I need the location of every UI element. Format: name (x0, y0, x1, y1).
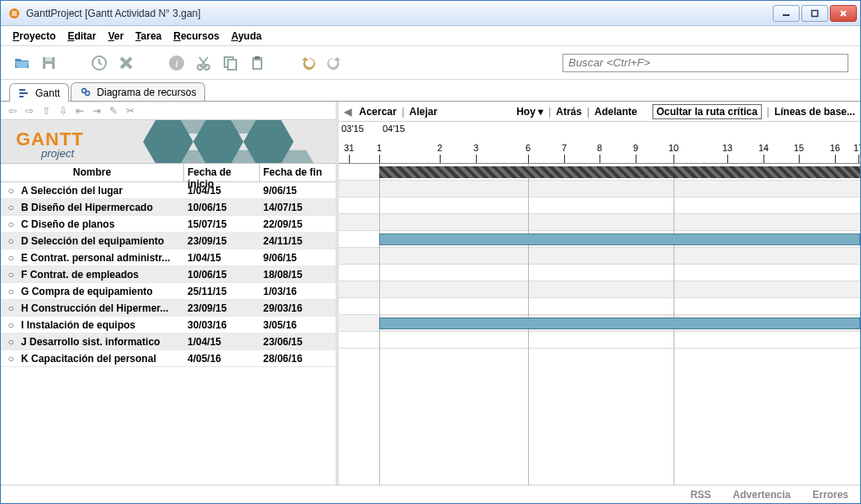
scroll-left-icon[interactable]: ◀ (344, 106, 354, 118)
app-icon (8, 7, 21, 20)
tab-gantt[interactable]: Gantt (9, 83, 69, 102)
nav-fwd-icon[interactable]: ⇨ (23, 104, 36, 118)
redo-icon[interactable] (325, 54, 344, 72)
menu-ayuda[interactable]: Ayuda (231, 30, 261, 42)
task-name: H Construcción del Hipermer... (21, 302, 184, 314)
task-end: 1/03/16 (260, 286, 335, 297)
task-end: 14/07/15 (260, 202, 335, 213)
status-errors[interactable]: Errores (812, 489, 848, 501)
menu-ver[interactable]: Ver (108, 30, 124, 42)
task-row[interactable]: ○D Selección del equipamiento23/09/1524/… (1, 233, 335, 249)
indent-icon[interactable]: ⇥ (90, 104, 103, 118)
tab-resources-label: Diagrama de recursos (97, 87, 196, 98)
col-name-header[interactable]: Nombre (1, 164, 184, 181)
baselines-button[interactable]: Líneas de base... (774, 106, 855, 118)
brand-banner: GANTT project (1, 120, 335, 164)
task-start: 10/06/15 (184, 269, 260, 281)
tick-label: 2 (437, 143, 442, 153)
maximize-button[interactable] (801, 5, 828, 22)
task-bullet-icon: ○ (1, 353, 21, 365)
task-name: D Selección del equipamiento (21, 235, 184, 247)
svg-rect-20 (19, 92, 28, 94)
tick (727, 155, 728, 163)
tick-label: 17 (853, 143, 860, 153)
cut-icon[interactable] (194, 54, 213, 72)
undo-icon[interactable] (298, 54, 317, 72)
task-row[interactable]: ○A Selección del lugar1/04/159/06/15 (1, 182, 335, 199)
gantt-chart-area[interactable] (339, 164, 860, 485)
nav-back-icon[interactable]: ⇦ (6, 104, 19, 118)
move-up-icon[interactable]: ⇧ (40, 104, 53, 118)
copy-icon[interactable] (221, 54, 240, 72)
gantt-row (339, 332, 860, 349)
tick (763, 155, 764, 163)
tick (673, 155, 674, 163)
task-start: 15/07/15 (184, 218, 260, 230)
task-row[interactable]: ○J Desarrollo sist. informatico1/04/1523… (1, 333, 335, 350)
gantt-row (339, 248, 860, 265)
info-icon[interactable]: i (167, 54, 186, 72)
col-start-header[interactable]: Fecha de inicio (184, 164, 260, 181)
search-input[interactable] (563, 54, 848, 72)
task-start: 1/04/15 (184, 252, 260, 264)
task-row[interactable]: ○E Contrat. personal administr...1/04/15… (1, 249, 335, 266)
svg-rect-17 (255, 56, 260, 59)
task-start: 1/04/15 (184, 336, 260, 348)
save-icon[interactable] (40, 54, 58, 72)
tick-label: 7 (562, 143, 567, 153)
today-button[interactable]: Hoy ▾ (516, 106, 543, 118)
delete-icon[interactable] (117, 54, 135, 72)
col-end-header[interactable]: Fecha de fin (260, 164, 335, 181)
svg-rect-19 (19, 89, 25, 91)
tab-resources[interactable]: Diagrama de recursos (71, 82, 205, 101)
tick (835, 155, 836, 163)
clock-icon[interactable] (90, 54, 108, 72)
paste-icon[interactable] (248, 54, 267, 72)
zoom-out-button[interactable]: Alejar (409, 106, 437, 118)
column-headers: Nombre Fecha de inicio Fecha de fin (1, 164, 335, 182)
svg-rect-15 (228, 60, 236, 70)
task-name: B Diseño del Hipermercado (21, 202, 184, 213)
task-start: 4/05/16 (184, 353, 260, 365)
tick-label: 3 (473, 143, 478, 153)
task-bar[interactable] (379, 318, 860, 329)
outdent-icon[interactable]: ⇤ (73, 104, 87, 118)
zoom-in-button[interactable]: Acercar (359, 106, 397, 118)
task-name: G Compra de equipamiento (21, 286, 184, 297)
menu-tarea[interactable]: Tarea (135, 30, 161, 42)
minimize-button[interactable] (773, 5, 800, 22)
menu-editar[interactable]: Editar (67, 30, 96, 42)
task-row[interactable]: ○H Construcción del Hipermer...23/09/152… (1, 300, 335, 317)
link-icon[interactable]: ✎ (107, 104, 120, 118)
task-end: 9/06/15 (260, 185, 335, 197)
task-row[interactable]: ○F Contrat. de empleados10/06/1518/08/15 (1, 266, 335, 283)
open-icon[interactable] (13, 54, 31, 72)
task-row[interactable]: ○K Capacitación del personal4/05/1628/06… (1, 350, 335, 367)
task-name: A Selección del lugar (21, 185, 184, 197)
task-row[interactable]: ○B Diseño del Hipermercado10/06/1514/07/… (1, 199, 335, 216)
resources-tab-icon (80, 87, 92, 98)
menu-proyecto[interactable]: Proyecto (13, 30, 55, 42)
task-row[interactable]: ○G Compra de equipamiento25/11/151/03/16 (1, 283, 335, 300)
status-warning[interactable]: Advertencia (733, 489, 791, 501)
task-bar[interactable] (379, 234, 860, 245)
tick (476, 155, 477, 163)
task-mini-toolbar: ⇦ ⇨ ⇧ ⇩ ⇤ ⇥ ✎ ✂ (1, 102, 335, 120)
svg-rect-7 (45, 57, 52, 61)
task-table[interactable]: ○A Selección del lugar1/04/159/06/15○B D… (1, 182, 335, 485)
move-down-icon[interactable]: ⇩ (56, 104, 70, 118)
summary-bar[interactable] (379, 166, 860, 178)
status-rss[interactable]: RSS (690, 489, 711, 501)
month-label: 03'15 (341, 123, 364, 134)
close-button[interactable] (830, 5, 857, 22)
critical-path-button[interactable]: Ocultar la ruta crítica (652, 104, 762, 119)
task-row[interactable]: ○C Diseño de planos15/07/1522/09/15 (1, 216, 335, 233)
menu-recursos[interactable]: Recursos (173, 30, 219, 42)
task-row[interactable]: ○I Instalación de equipos30/03/163/05/16 (1, 317, 335, 333)
forward-button[interactable]: Adelante (594, 106, 637, 118)
unlink-icon[interactable]: ✂ (124, 104, 137, 118)
task-bullet-icon: ○ (1, 202, 21, 213)
task-name: F Contrat. de empleados (21, 269, 184, 281)
timeline-header[interactable]: 311236789101314151617 03'1504'15 (339, 122, 860, 164)
back-button[interactable]: Atrás (556, 106, 582, 118)
